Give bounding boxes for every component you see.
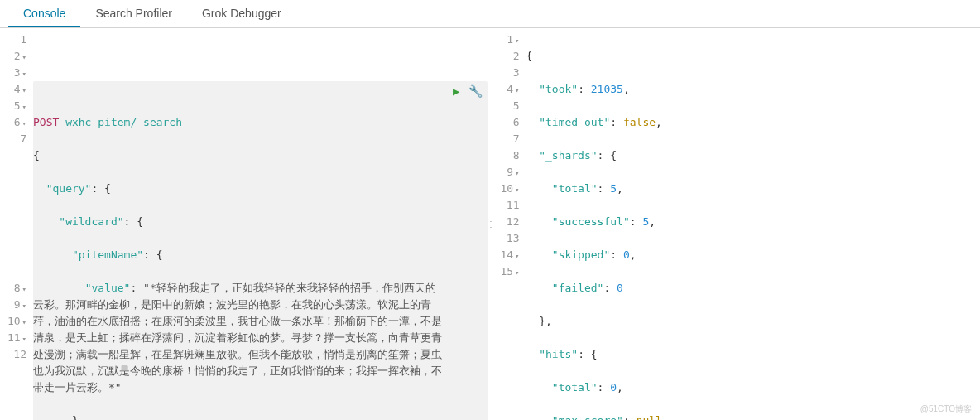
response-code: { "took": 21035, "timed_out": false, "_s… [526,28,981,420]
tab-grok-debugger[interactable]: Grok Debugger [187,0,296,27]
response-viewer[interactable]: 1 2 3 4 5 6 7 8 9 10 11 12 13 14 15 { "t… [493,28,981,420]
run-icon[interactable]: ▶ [453,83,459,99]
request-editor[interactable]: 1 2 3 4 5 6 7 8 9 10 11 12 ▶ 🔧 POST wxhc… [0,28,488,420]
tab-console[interactable]: Console [8,0,80,27]
request-code[interactable]: ▶ 🔧 POST wxhc_pitem/_search { "query": {… [33,28,488,420]
response-gutter: 1 2 3 4 5 6 7 8 9 10 11 12 13 14 15 [493,28,526,420]
tab-search-profiler[interactable]: Search Profiler [80,0,187,27]
request-gutter: 1 2 3 4 5 6 7 8 9 10 11 12 [0,28,33,420]
watermark: @51CTO博客 [920,403,972,415]
http-method: POST [33,116,59,128]
request-path: wxhc_pitem/_search [65,116,182,128]
tab-bar: Console Search Profiler Grok Debugger [0,0,980,28]
wrench-icon[interactable]: 🔧 [468,83,483,99]
wildcard-value: "*轻轻的我走了，正如我轻轻的来我轻轻的招手，作别西天的云彩。那河畔的金柳，是阳… [33,282,442,393]
